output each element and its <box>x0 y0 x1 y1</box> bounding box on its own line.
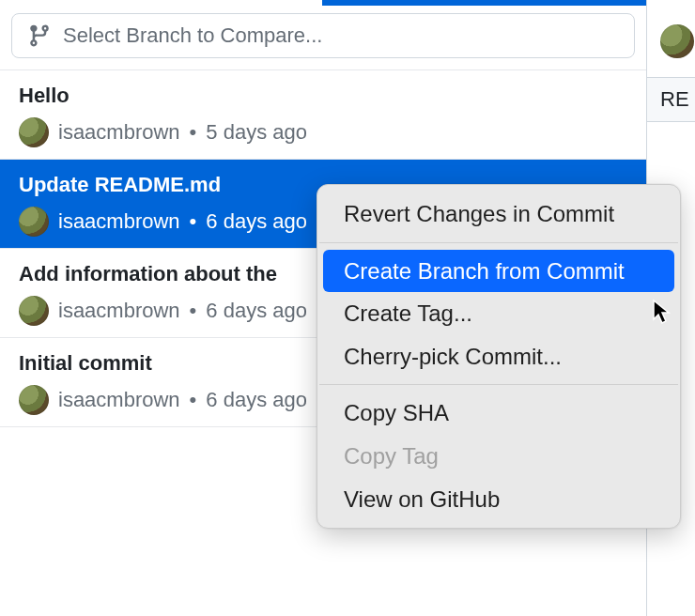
commit-meta: isaacmbrown • 5 days ago <box>19 117 627 147</box>
branch-selector-placeholder: Select Branch to Compare... <box>63 23 322 48</box>
avatar <box>19 296 49 326</box>
commit-time: 5 days ago <box>206 120 307 145</box>
commit-author: isaacmbrown <box>58 209 180 234</box>
commit-time: 6 days ago <box>206 388 307 412</box>
commit-time: 6 days ago <box>206 299 307 323</box>
menu-cherry-pick[interactable]: Cherry-pick Commit... <box>323 335 674 378</box>
avatar <box>19 117 49 147</box>
separator-dot: • <box>190 299 197 323</box>
separator-dot: • <box>190 209 197 234</box>
commit-title: Hello <box>19 84 627 108</box>
file-tab-label: RE <box>660 87 689 112</box>
separator-dot: • <box>190 388 197 412</box>
menu-separator <box>319 242 678 243</box>
commit-author: isaacmbrown <box>58 120 180 145</box>
menu-create-branch[interactable]: Create Branch from Commit <box>323 250 674 293</box>
menu-copy-tag: Copy Tag <box>323 435 674 478</box>
menu-separator <box>319 384 678 385</box>
commit-time: 6 days ago <box>206 209 307 234</box>
avatar[interactable] <box>660 24 694 58</box>
menu-create-tag[interactable]: Create Tag... <box>323 292 674 335</box>
active-tab-underline <box>322 0 646 6</box>
menu-copy-sha[interactable]: Copy SHA <box>323 392 674 435</box>
commit-item[interactable]: Hello isaacmbrown • 5 days ago <box>0 70 646 160</box>
file-tab[interactable]: RE <box>647 77 695 122</box>
git-branch-icon <box>27 23 52 48</box>
commit-author: isaacmbrown <box>58 388 180 412</box>
avatar <box>19 385 49 415</box>
branch-compare-selector[interactable]: Select Branch to Compare... <box>11 13 635 58</box>
menu-view-github[interactable]: View on GitHub <box>323 478 674 521</box>
separator-dot: • <box>190 120 197 145</box>
avatar <box>19 207 49 237</box>
menu-revert-changes[interactable]: Revert Changes in Commit <box>323 192 674 236</box>
commit-author: isaacmbrown <box>58 299 180 323</box>
context-menu: Revert Changes in Commit Create Branch f… <box>317 184 681 529</box>
